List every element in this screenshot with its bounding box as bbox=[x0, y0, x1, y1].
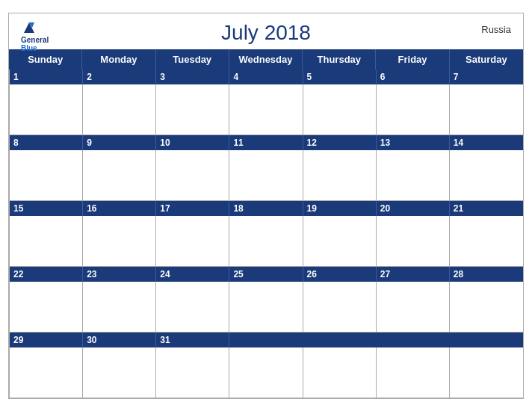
week-4-body bbox=[10, 282, 523, 333]
date-15: 15 bbox=[10, 201, 83, 216]
date-7: 7 bbox=[450, 69, 523, 84]
day-header-sunday: Sunday bbox=[9, 49, 82, 69]
date-24: 24 bbox=[156, 267, 229, 282]
cell-30 bbox=[83, 347, 156, 398]
day-header-tuesday: Tuesday bbox=[156, 49, 229, 69]
cell-8 bbox=[10, 150, 83, 201]
cell-10 bbox=[156, 150, 229, 201]
date-30: 30 bbox=[83, 333, 156, 347]
date-2: 2 bbox=[83, 69, 156, 84]
calendar-title: July 2018 bbox=[221, 21, 311, 45]
day-headers: Sunday Monday Tuesday Wednesday Thursday… bbox=[9, 49, 523, 69]
country-label: Russia bbox=[481, 24, 511, 35]
cell-13 bbox=[377, 150, 450, 201]
date-5: 5 bbox=[303, 69, 377, 84]
week-5-body bbox=[10, 347, 523, 398]
date-23: 23 bbox=[83, 267, 156, 282]
cell-19 bbox=[303, 216, 377, 267]
logo-blue: Blue bbox=[21, 44, 37, 52]
cell-empty-3 bbox=[377, 347, 450, 398]
day-header-wednesday: Wednesday bbox=[229, 49, 303, 69]
logo: General Blue bbox=[21, 19, 49, 52]
date-25: 25 bbox=[229, 267, 303, 282]
date-19: 19 bbox=[303, 201, 377, 216]
cell-2 bbox=[83, 84, 156, 135]
date-13: 13 bbox=[377, 135, 450, 150]
cell-31 bbox=[156, 347, 229, 398]
cell-28 bbox=[450, 282, 523, 333]
cell-16 bbox=[83, 216, 156, 267]
date-9: 9 bbox=[83, 135, 156, 150]
week-4-header: 22 23 24 25 26 27 28 bbox=[10, 267, 523, 282]
date-10: 10 bbox=[156, 135, 229, 150]
cell-27 bbox=[377, 282, 450, 333]
week-3-body bbox=[10, 216, 523, 267]
cell-21 bbox=[450, 216, 523, 267]
date-16: 16 bbox=[83, 201, 156, 216]
cell-26 bbox=[303, 282, 377, 333]
cell-5 bbox=[303, 84, 377, 135]
cell-empty-2 bbox=[303, 347, 377, 398]
cell-22 bbox=[10, 282, 83, 333]
date-4: 4 bbox=[229, 69, 303, 84]
cell-7 bbox=[450, 84, 523, 135]
date-26: 26 bbox=[303, 267, 377, 282]
cell-11 bbox=[229, 150, 303, 201]
date-18: 18 bbox=[229, 201, 303, 216]
date-20: 20 bbox=[377, 201, 450, 216]
date-28: 28 bbox=[450, 267, 523, 282]
date-22: 22 bbox=[10, 267, 83, 282]
cell-25 bbox=[229, 282, 303, 333]
logo-general: General bbox=[21, 36, 49, 44]
cell-29 bbox=[10, 347, 83, 398]
date-12: 12 bbox=[303, 135, 377, 150]
cell-1 bbox=[10, 84, 83, 135]
week-5-header: 29 30 31 bbox=[10, 333, 523, 347]
date-31: 31 bbox=[156, 333, 229, 347]
week-2-body bbox=[10, 150, 523, 201]
cell-4 bbox=[229, 84, 303, 135]
cell-3 bbox=[156, 84, 229, 135]
day-header-thursday: Thursday bbox=[303, 49, 376, 69]
cell-15 bbox=[10, 216, 83, 267]
date-21: 21 bbox=[450, 201, 523, 216]
cell-12 bbox=[303, 150, 377, 201]
cell-20 bbox=[377, 216, 450, 267]
cell-23 bbox=[83, 282, 156, 333]
calendar-header: General Blue July 2018 Russia bbox=[9, 13, 523, 49]
day-header-saturday: Saturday bbox=[450, 49, 523, 69]
date-29: 29 bbox=[10, 333, 83, 347]
date-3: 3 bbox=[156, 69, 229, 84]
week-2-header: 8 9 10 11 12 13 14 bbox=[10, 135, 523, 150]
date-6: 6 bbox=[377, 69, 450, 84]
day-header-monday: Monday bbox=[82, 49, 155, 69]
calendar: General Blue July 2018 Russia Sunday Mon… bbox=[8, 13, 524, 399]
general-blue-icon bbox=[21, 19, 37, 36]
cell-empty-4 bbox=[450, 347, 523, 398]
cell-9 bbox=[83, 150, 156, 201]
date-8: 8 bbox=[10, 135, 83, 150]
day-header-friday: Friday bbox=[376, 49, 449, 69]
date-1: 1 bbox=[10, 69, 83, 84]
cell-14 bbox=[450, 150, 523, 201]
date-17: 17 bbox=[156, 201, 229, 216]
date-14: 14 bbox=[450, 135, 523, 150]
date-27: 27 bbox=[377, 267, 450, 282]
cell-18 bbox=[229, 216, 303, 267]
week-1-header: 1 2 3 4 5 6 7 bbox=[10, 69, 523, 84]
cell-24 bbox=[156, 282, 229, 333]
cell-6 bbox=[377, 84, 450, 135]
date-11: 11 bbox=[229, 135, 303, 150]
cell-empty-1 bbox=[229, 347, 303, 398]
week-1-body bbox=[10, 84, 523, 135]
cell-17 bbox=[156, 216, 229, 267]
week-3-header: 15 16 17 18 19 20 21 bbox=[10, 201, 523, 216]
